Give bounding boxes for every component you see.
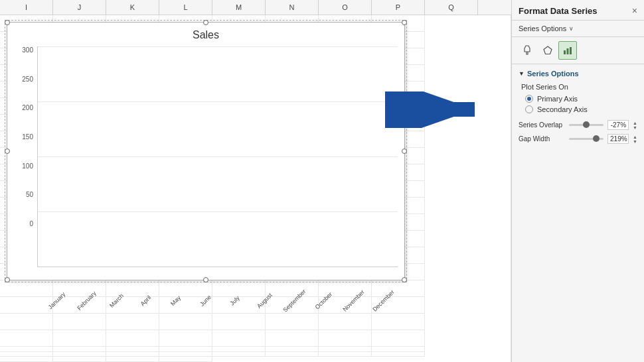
grid-cell[interactable] (159, 347, 212, 352)
grid-cell[interactable] (266, 347, 319, 352)
col-header-l[interactable]: L (159, 0, 212, 15)
col-header-o[interactable]: O (319, 0, 372, 15)
col-header-q[interactable]: Q (425, 0, 478, 15)
y-label-250: 250 (22, 76, 33, 83)
secondary-axis-radio-dot[interactable] (525, 105, 533, 113)
panel-content: ▼ Series Options Plot Series On Primary … (512, 64, 644, 362)
bars-area: JanuaryFebruaryMarchAprilMayJuneJulyAugu… (37, 46, 398, 267)
grid-cell[interactable] (159, 330, 212, 347)
y-label-200: 200 (22, 104, 33, 111)
col-header-n[interactable]: N (266, 0, 319, 15)
series-overlap-label: Series Overlap (519, 121, 565, 129)
grid-cell[interactable] (159, 357, 212, 362)
grid-cell[interactable] (0, 352, 53, 357)
grid-cell[interactable] (266, 314, 319, 330)
grid-cell[interactable] (212, 347, 266, 352)
grid-cell[interactable] (372, 280, 425, 297)
handle-mid-right[interactable] (402, 149, 407, 154)
grid-cell[interactable] (159, 314, 212, 330)
grid-cell[interactable] (372, 347, 425, 352)
series-options-section-header[interactable]: ▼ Series Options (519, 70, 637, 78)
series-overlap-track[interactable] (569, 124, 604, 126)
grid-cell[interactable] (106, 357, 159, 362)
handle-bot-right[interactable] (402, 277, 407, 282)
grid-cell[interactable] (0, 330, 53, 347)
grid-cell[interactable] (0, 297, 53, 314)
primary-axis-label: Primary Axis (537, 95, 578, 103)
y-label-0: 0 (29, 220, 33, 227)
col-header-p[interactable]: P (372, 0, 425, 15)
primary-axis-radio-dot[interactable] (525, 95, 533, 103)
collapse-arrow-icon: ▼ (519, 70, 524, 77)
grid-cell[interactable] (106, 280, 159, 297)
panel-close-button[interactable]: × (632, 5, 637, 16)
spreadsheet-area: I J K L M N O P Q // Will render grid ce… (0, 0, 511, 362)
panel-title: Format Data Series (519, 6, 598, 16)
secondary-axis-radio[interactable]: Secondary Axis (525, 105, 637, 113)
grid-cell[interactable] (53, 347, 106, 352)
grid-cell[interactable] (159, 352, 212, 357)
y-label-300: 300 (22, 46, 33, 54)
grid-cell[interactable] (212, 280, 266, 297)
grid-cell[interactable] (0, 357, 53, 362)
grid-cell[interactable] (53, 314, 106, 330)
panel-header: Format Data Series × (512, 0, 644, 21)
grid-area: // Will render grid cells via JS below S… (0, 15, 511, 362)
col-header-m[interactable]: M (212, 0, 266, 15)
grid-cell[interactable] (159, 280, 212, 297)
grid-cell[interactable] (0, 347, 53, 352)
bar-chart-icon-btn[interactable] (558, 41, 577, 60)
grid-cell[interactable] (319, 347, 372, 352)
primary-axis-radio[interactable]: Primary Axis (525, 95, 637, 103)
handle-top-right[interactable] (402, 20, 407, 25)
handle-bot-left[interactable] (5, 277, 10, 282)
svg-rect-4 (570, 47, 572, 54)
grid-cell[interactable] (106, 347, 159, 352)
col-header-k[interactable]: K (106, 0, 159, 15)
col-header-i[interactable]: I (0, 0, 53, 15)
grid-cell[interactable] (53, 352, 106, 357)
grid-cell[interactable] (372, 330, 425, 347)
grid-cell[interactable] (266, 352, 319, 357)
grid-cell[interactable] (319, 352, 372, 357)
grid-cell[interactable] (319, 314, 372, 330)
chart-container[interactable]: Sales 300 250 200 150 100 50 0 JanuaryFe… (7, 22, 405, 280)
grid-cell[interactable] (106, 314, 159, 330)
gap-width-thumb[interactable] (593, 135, 600, 142)
handle-bot-mid[interactable] (203, 277, 208, 282)
paint-bucket-icon-btn[interactable] (519, 41, 537, 60)
gap-width-track[interactable] (569, 138, 604, 140)
col-header-j[interactable]: J (53, 0, 106, 15)
grid-cell[interactable] (106, 330, 159, 347)
grid-cell[interactable] (372, 352, 425, 357)
grid-cell[interactable] (266, 280, 319, 297)
grid-cell[interactable] (212, 314, 266, 330)
svg-rect-3 (567, 48, 569, 54)
svg-marker-1 (544, 46, 552, 54)
series-options-row[interactable]: Series Options ∨ (512, 21, 644, 37)
grid-cell[interactable] (212, 352, 266, 357)
grid-cell[interactable] (266, 330, 319, 347)
grid-cell[interactable] (53, 357, 106, 362)
series-options-dropdown-arrow[interactable]: ∨ (569, 25, 574, 32)
series-overlap-value[interactable]: -27% (607, 120, 629, 130)
format-data-series-panel: Format Data Series × Series Options ∨ (511, 0, 644, 362)
grid-cell[interactable] (372, 314, 425, 330)
gap-width-spinner[interactable]: ▲▼ (633, 135, 637, 144)
grid-cell[interactable] (0, 280, 53, 297)
grid-cell[interactable] (53, 330, 106, 347)
grid-cell[interactable] (0, 314, 53, 330)
gap-width-label: Gap Width (519, 135, 565, 143)
series-overlap-spinner[interactable]: ▲▼ (633, 121, 637, 130)
grid-cell[interactable] (106, 352, 159, 357)
gap-width-value[interactable]: 219% (607, 134, 629, 144)
grid-cell[interactable] (212, 330, 266, 347)
handle-mid-left[interactable] (5, 149, 10, 154)
handle-top-left[interactable] (5, 20, 10, 25)
icon-toolbar (512, 37, 644, 64)
handle-top-mid[interactable] (203, 20, 208, 25)
series-overlap-thumb[interactable] (583, 121, 590, 128)
y-label-50: 50 (26, 191, 33, 198)
grid-cell[interactable] (319, 330, 372, 347)
pentagon-icon-btn[interactable] (538, 41, 557, 60)
